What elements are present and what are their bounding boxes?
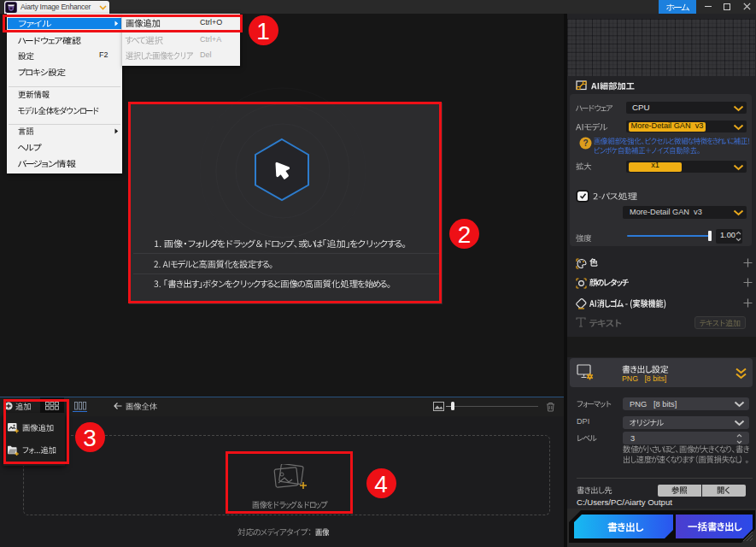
svg-text:?: ? bbox=[583, 138, 588, 148]
